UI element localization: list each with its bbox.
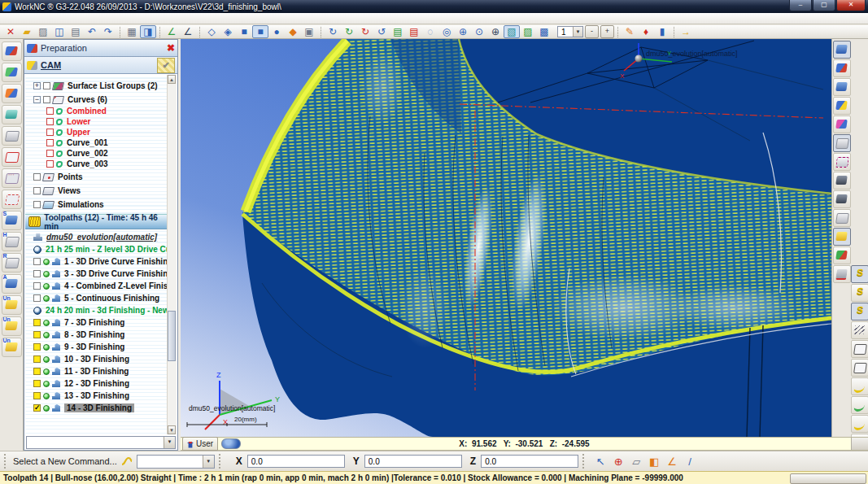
- toolpath-checkbox[interactable]: [33, 404, 41, 412]
- sequence-icon[interactable]: S: [2, 211, 22, 230]
- scroll-down-icon[interactable]: ▼: [168, 425, 176, 434]
- view-shaded-icon[interactable]: ■: [252, 25, 268, 38]
- redo-icon[interactable]: ↷: [100, 25, 116, 38]
- view-material-icon[interactable]: ◆: [285, 25, 301, 38]
- tree-item[interactable]: Simulations: [25, 198, 168, 211]
- toolpath-checkbox[interactable]: [33, 380, 41, 387]
- toolpath-checkbox[interactable]: [33, 343, 41, 351]
- toolpath-checkbox[interactable]: [33, 282, 41, 290]
- cam-header[interactable]: CAM ✔: [24, 57, 177, 74]
- analysis-icon[interactable]: ♦: [638, 25, 654, 38]
- x-coordinate-input[interactable]: [247, 455, 345, 468]
- user-sphere-icon[interactable]: [221, 438, 241, 449]
- stock-view-icon[interactable]: [833, 134, 851, 152]
- new-doc-icon[interactable]: ✕: [2, 25, 19, 38]
- bend-arrow-icon[interactable]: →: [678, 25, 694, 38]
- view-wireframe-icon[interactable]: ◇: [203, 25, 220, 38]
- undo-icon[interactable]: ↶: [84, 25, 100, 38]
- panel-bottom-combo[interactable]: ▼: [26, 436, 176, 449]
- surface-group-icon[interactable]: [2, 63, 22, 82]
- preparation-header[interactable]: Preparation ✖: [24, 40, 177, 57]
- plane-select-icon[interactable]: ▱: [627, 454, 645, 469]
- save-icon[interactable]: ◫: [51, 25, 68, 38]
- surface-zone-icon[interactable]: [2, 190, 22, 209]
- scrollbar-thumb[interactable]: [168, 311, 176, 361]
- tree-item[interactable]: Curve_003: [25, 159, 168, 169]
- visibility-checkbox[interactable]: [46, 139, 54, 146]
- rotate-free-icon[interactable]: ↺: [373, 25, 390, 38]
- surface-select-icon[interactable]: [2, 105, 22, 124]
- surface-points-icon[interactable]: [2, 168, 22, 188]
- surface-box-icon[interactable]: [2, 126, 22, 146]
- rotate-z-view-icon[interactable]: ↻: [357, 25, 373, 38]
- viewport-canvas[interactable]: X Y dmu50_evolution[automatic] Z Y X dmu…: [181, 39, 831, 437]
- toolbar-grip[interactable]: [582, 454, 587, 469]
- tree-item[interactable]: Points: [25, 171, 168, 183]
- cube-delete-icon[interactable]: [833, 59, 851, 77]
- device-icon[interactable]: ▮: [654, 25, 670, 38]
- visibility-checkbox[interactable]: [46, 107, 54, 115]
- tool-view-icon[interactable]: [833, 228, 851, 246]
- spindle-view-icon[interactable]: [833, 209, 851, 227]
- toolpath-checkbox[interactable]: [33, 331, 41, 338]
- collision-view-icon[interactable]: [833, 265, 851, 283]
- toolpath-item[interactable]: 12 - 3D Finishing: [25, 377, 168, 390]
- curve-yellow-icon[interactable]: [851, 377, 868, 395]
- panel-close-icon[interactable]: ✖: [167, 43, 175, 53]
- toolpath-checkbox[interactable]: [33, 294, 41, 302]
- tree-item[interactable]: Surface List Groups (2): [25, 80, 168, 92]
- visibility-checkbox[interactable]: [33, 187, 41, 194]
- tree-item[interactable]: Curves (6): [25, 94, 168, 106]
- orbit-view-icon[interactable]: ⊙: [471, 25, 487, 38]
- center-view-icon[interactable]: ⊕: [487, 25, 504, 38]
- zoom-window-icon[interactable]: ◎: [438, 25, 455, 38]
- hatch-icon[interactable]: [851, 321, 868, 339]
- toolpath-item[interactable]: 4 - Combined Z-Level Finish + Op: [25, 280, 168, 292]
- visibility-checkbox[interactable]: [46, 129, 54, 136]
- rotate-y-view-icon[interactable]: ↻: [341, 25, 357, 38]
- stock-icon[interactable]: R: [2, 253, 22, 273]
- z-coordinate-input[interactable]: [481, 455, 578, 468]
- toolpath-item[interactable]: 1 - 3D Drive Curve Finishing: [25, 255, 168, 268]
- align-xz-plane-icon[interactable]: ▧: [504, 25, 520, 38]
- tree-item[interactable]: Curve_002: [25, 148, 168, 159]
- holder-icon[interactable]: H: [2, 232, 22, 251]
- toolpath-checkbox[interactable]: [33, 355, 41, 363]
- tree-item[interactable]: Upper: [25, 127, 168, 137]
- toolpath-points-icon[interactable]: [851, 303, 868, 320]
- toolpath-checkbox[interactable]: [33, 270, 41, 277]
- shade-check-icon[interactable]: [833, 41, 851, 59]
- snapshot-icon[interactable]: ▣: [301, 25, 317, 38]
- rotate-x-view-icon[interactable]: ↻: [325, 25, 341, 38]
- visibility-checkbox[interactable]: [46, 118, 54, 125]
- cube-purge-icon[interactable]: [833, 116, 851, 133]
- toolbar-grip[interactable]: [219, 454, 224, 469]
- pan-view-icon[interactable]: ⊕: [455, 25, 471, 38]
- visibility-checkbox[interactable]: [46, 150, 54, 157]
- curve-plane-icon[interactable]: [851, 340, 868, 358]
- curve-sheet-icon[interactable]: [851, 359, 868, 377]
- command-combo[interactable]: ▼: [137, 455, 215, 469]
- view-prev-button[interactable]: -: [585, 25, 599, 38]
- chevron-down-icon[interactable]: ▼: [203, 456, 214, 468]
- toolpath-checkbox[interactable]: [33, 258, 41, 265]
- layout-icon[interactable]: ◨: [140, 25, 156, 38]
- zoom-dynamic-icon[interactable]: ◌: [422, 25, 438, 38]
- grid-icon[interactable]: ▦: [124, 25, 140, 38]
- measure-icon[interactable]: ✎: [622, 25, 638, 38]
- expand-toggle-icon[interactable]: [33, 82, 41, 89]
- cam-validate-icon[interactable]: ✔: [157, 58, 175, 73]
- tree-item[interactable]: Lower: [25, 116, 168, 127]
- un-batch-icon[interactable]: Un: [2, 338, 22, 357]
- tree-item[interactable]: Combined: [25, 106, 168, 116]
- un-delete-icon[interactable]: Un: [2, 316, 22, 336]
- maximize-button[interactable]: ▢: [813, 0, 835, 11]
- toolpath-item[interactable]: 21 h 25 min - Z level 3D Drive Curve &: [25, 243, 168, 255]
- tool-axis-icon[interactable]: A: [2, 274, 22, 294]
- y-coordinate-input[interactable]: [364, 455, 462, 468]
- toolpath-checkbox[interactable]: [33, 319, 41, 326]
- caliper-icon[interactable]: ∠: [663, 454, 681, 469]
- print-icon[interactable]: ▤: [68, 25, 84, 38]
- curve-import-icon[interactable]: [2, 84, 22, 103]
- toolpath-item[interactable]: 7 - 3D Finishing: [25, 316, 168, 329]
